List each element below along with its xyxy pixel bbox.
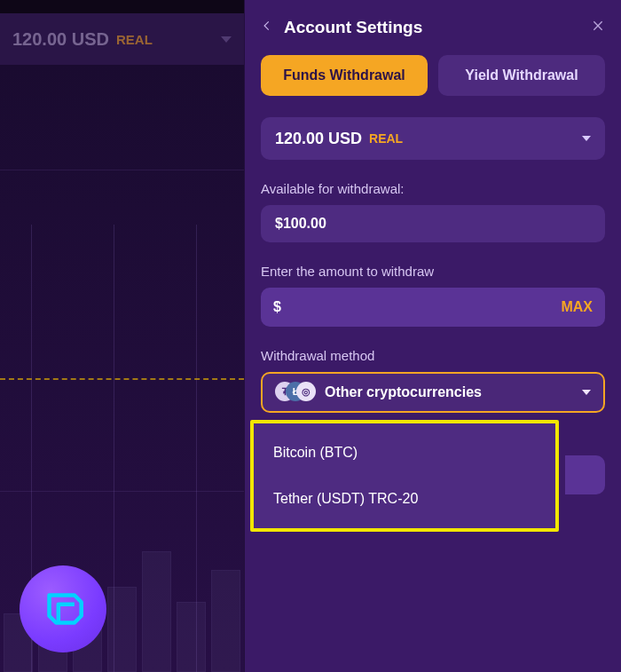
bg-balance-tag: REAL bbox=[116, 32, 153, 47]
panel-title: Account Settings bbox=[284, 18, 422, 37]
account-settings-panel: Account Settings Funds Withdrawal Yield … bbox=[244, 0, 621, 672]
max-button[interactable]: MAX bbox=[561, 299, 593, 315]
chevron-down-icon bbox=[582, 136, 591, 141]
chevron-left-icon bbox=[261, 20, 273, 32]
account-selector[interactable]: 120.00 USD REAL bbox=[261, 117, 605, 160]
currency-prefix: $ bbox=[273, 299, 281, 315]
crypto-icons-cluster: ₮ Ł ◎ bbox=[275, 382, 316, 403]
tab-yield-withdrawal[interactable]: Yield Withdrawal bbox=[438, 55, 605, 96]
chevron-down-icon bbox=[221, 36, 232, 43]
bg-balance-value: 120.00 USD bbox=[12, 29, 109, 50]
method-option-usdt[interactable]: Tether (USDT) TRC-20 bbox=[254, 478, 555, 519]
coin-icon: ◎ bbox=[296, 382, 316, 401]
amount-label: Enter the amount to withdraw bbox=[261, 264, 605, 279]
method-option-btc[interactable]: Bitcoin (BTC) bbox=[254, 432, 555, 473]
logo-icon bbox=[35, 581, 90, 636]
bg-top-strip bbox=[0, 0, 244, 13]
account-balance: 120.00 USD bbox=[275, 130, 362, 148]
close-button[interactable] bbox=[591, 19, 605, 36]
method-label: Withdrawal method bbox=[261, 348, 605, 363]
amount-field-wrap: $ MAX bbox=[261, 288, 605, 327]
close-icon bbox=[591, 19, 605, 33]
available-amount: $100.00 bbox=[261, 205, 605, 242]
bg-balance-selector[interactable]: 120.00 USD REAL bbox=[0, 13, 244, 65]
account-balance-tag: REAL bbox=[369, 131, 403, 146]
available-label: Available for withdrawal: bbox=[261, 181, 605, 196]
withdrawal-method-selector[interactable]: ₮ Ł ◎ Other cryptocurrencies bbox=[261, 372, 605, 413]
grid-line bbox=[0, 491, 244, 492]
grid-line bbox=[0, 170, 244, 170]
chevron-down-icon bbox=[582, 390, 591, 395]
tab-funds-withdrawal[interactable]: Funds Withdrawal bbox=[261, 55, 428, 96]
amount-input[interactable] bbox=[288, 299, 562, 315]
price-line-dashed bbox=[0, 378, 244, 380]
method-selected-label: Other cryptocurrencies bbox=[325, 384, 482, 400]
method-dropdown: Bitcoin (BTC) Tether (USDT) TRC-20 bbox=[250, 420, 559, 532]
withdrawal-tabs: Funds Withdrawal Yield Withdrawal bbox=[261, 55, 605, 96]
back-button[interactable] bbox=[261, 20, 277, 36]
brand-logo bbox=[20, 565, 106, 652]
proceed-strip[interactable] bbox=[565, 455, 605, 494]
